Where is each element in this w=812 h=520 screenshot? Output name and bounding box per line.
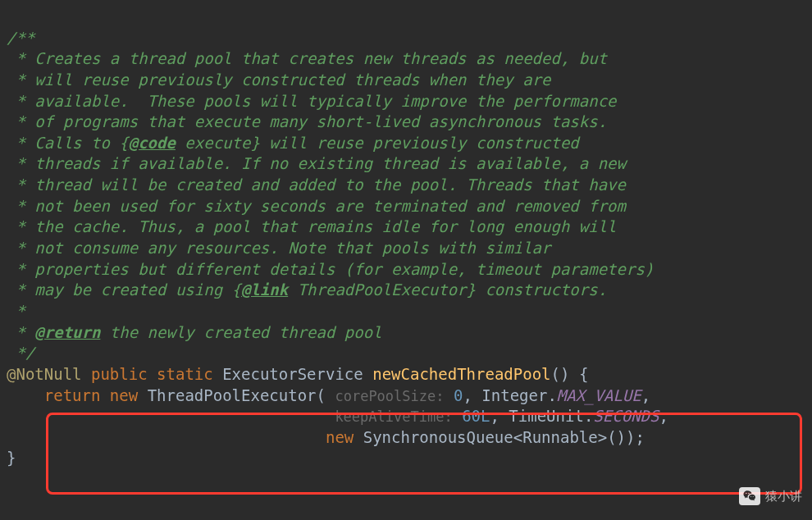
javadoc-line: * threads if available. If no existing t… — [7, 154, 626, 172]
javadoc-line: * of programs that execute many short-li… — [7, 112, 607, 130]
wechat-icon — [739, 487, 760, 505]
javadoc-open: /** — [7, 29, 34, 47]
javadoc-line: * properties but different details (for … — [7, 260, 654, 278]
code-block: /** * Creates a thread pool that creates… — [7, 7, 805, 469]
javadoc-line: * thread will be created and added to th… — [7, 176, 626, 194]
return-line-2: keepAliveTime: 60L, TimeUnit.SECONDS, — [7, 407, 668, 425]
param-hint-corepoolsize: corePoolSize: — [335, 388, 444, 404]
watermark: 猿小讲 — [739, 487, 802, 505]
javadoc-line: * not been used for sixty seconds are te… — [7, 197, 626, 215]
method-signature: @NotNull public static ExecutorService n… — [7, 365, 588, 383]
annotation-notnull: @NotNull — [7, 365, 82, 383]
javadoc-line: * available. These pools will typically … — [7, 92, 617, 110]
javadoc-line: * Calls to {@code execute} will reuse pr… — [7, 134, 579, 152]
javadoc-tag-code: @code — [129, 134, 176, 152]
javadoc-line: * — [7, 302, 25, 320]
javadoc-line: * @return the newly created thread pool — [7, 323, 382, 341]
javadoc-line: * Creates a thread pool that creates new… — [7, 49, 607, 67]
javadoc-line: * will reuse previously constructed thre… — [7, 71, 550, 89]
param-hint-keepalivetime: keepAliveTime: — [335, 408, 452, 425]
method-name: newCachedThreadPool — [372, 365, 550, 383]
javadoc-line: * the cache. Thus, a pool that remains i… — [7, 217, 617, 235]
return-line-3: new SynchronousQueue<Runnable>()); — [7, 428, 645, 446]
close-brace: } — [7, 449, 16, 467]
javadoc-line: * may be created using {@link ThreadPool… — [7, 281, 607, 299]
return-line-1: return new ThreadPoolExecutor( corePoolS… — [7, 386, 650, 404]
javadoc-tag-return: @return — [34, 323, 100, 341]
javadoc-line: * not consume any resources. Note that p… — [7, 239, 550, 257]
javadoc-close: */ — [7, 344, 34, 362]
watermark-text: 猿小讲 — [765, 488, 802, 504]
javadoc-tag-link: @link — [241, 281, 288, 299]
